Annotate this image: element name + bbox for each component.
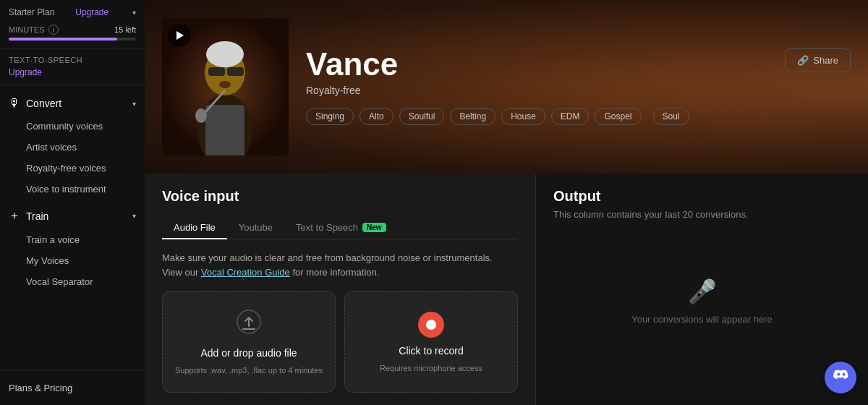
upgrade-link[interactable]: Upgrade	[75, 7, 109, 17]
hero-info: Vance Royalty-free Singing Alto Soulful …	[306, 48, 851, 125]
minutes-label-row: MINUTES i 15 left	[9, 25, 136, 35]
chevron-down-icon: ▾	[132, 9, 136, 17]
sidebar-item-community-voices[interactable]: Community voices	[0, 116, 145, 137]
record-title: Click to record	[399, 345, 463, 357]
upload-title: Add or drop audio file	[200, 347, 297, 359]
sidebar-item-voice-to-instrument[interactable]: Voice to instrument	[0, 179, 145, 200]
description-part3: for more information.	[292, 267, 379, 278]
sidebar-item-royalty-free-voices[interactable]: Royalty-free voices	[0, 158, 145, 179]
share-button[interactable]: 🔗 Share	[785, 48, 851, 72]
tts-label: TEXT-TO-SPEECH	[9, 56, 136, 64]
tag-singing[interactable]: Singing	[306, 108, 354, 125]
sidebar-item-my-voices[interactable]: My Voices	[0, 250, 145, 271]
train-section: ＋ Train ▾ Train a voice My Voices Vocal …	[0, 202, 145, 292]
tab-audio-file-label: Audio File	[174, 222, 216, 233]
svg-rect-2	[205, 105, 244, 155]
sidebar-item-artist-voices[interactable]: Artist voices	[0, 137, 145, 158]
description-part2: View our	[162, 267, 198, 278]
tts-section: TEXT-TO-SPEECH Upgrade	[0, 48, 145, 85]
train-header[interactable]: ＋ Train ▾	[0, 202, 145, 229]
svg-point-10	[219, 81, 231, 88]
svg-point-4	[206, 41, 244, 67]
voice-subtitle: Royalty-free	[306, 85, 851, 96]
tag-edm[interactable]: EDM	[551, 108, 590, 125]
minutes-info-icon[interactable]: i	[48, 25, 59, 35]
upload-area: Add or drop audio file Supports .wav, .m…	[162, 291, 518, 393]
sidebar-nav: 🎙 Convert ▾ Community voices Artist voic…	[0, 85, 145, 370]
discord-button[interactable]	[825, 362, 856, 393]
tab-youtube[interactable]: Youtube	[227, 216, 284, 239]
train-icon: ＋	[9, 208, 20, 223]
tab-text-to-speech[interactable]: Text to Speech New	[284, 216, 398, 239]
train-chevron-icon: ▾	[132, 212, 136, 220]
mic-icon: 🎤	[688, 278, 717, 305]
sidebar-item-train-a-voice[interactable]: Train a voice	[0, 229, 145, 250]
discord-icon	[833, 367, 848, 388]
play-button[interactable]	[168, 24, 191, 47]
convert-label: Convert	[26, 98, 61, 109]
minutes-section: MINUTES i 15 left	[9, 25, 136, 40]
tab-tts-label: Text to Speech	[296, 222, 358, 233]
voice-input-title: Voice input	[162, 188, 518, 205]
record-box[interactable]: Click to record Requires microphone acce…	[344, 291, 518, 393]
tag-belting[interactable]: Belting	[450, 108, 495, 125]
plan-row[interactable]: Starter Plan Upgrade ▾	[9, 7, 136, 17]
sidebar-item-vocal-separator[interactable]: Vocal Separator	[0, 271, 145, 292]
sidebar: Starter Plan Upgrade ▾ MINUTES i 15 left…	[0, 0, 145, 405]
minutes-label-text: MINUTES	[9, 25, 45, 34]
minutes-progress-fill	[9, 38, 117, 40]
voice-image	[162, 18, 289, 155]
tag-alto[interactable]: Alto	[359, 108, 393, 125]
new-badge: New	[362, 223, 386, 232]
tags-row: Singing Alto Soulful Belting House EDM G…	[306, 108, 851, 125]
vocal-guide-link[interactable]: Vocal Creation Guide	[201, 267, 290, 278]
input-description: Make sure your audio is clear and free f…	[162, 251, 518, 279]
convert-header-left: 🎙 Convert	[9, 97, 61, 110]
tabs-bar: Audio File Youtube Text to Speech New	[162, 216, 518, 239]
convert-icon: 🎙	[9, 97, 20, 110]
main-content: Vance Royalty-free Singing Alto Soulful …	[145, 0, 868, 405]
empty-message: Your conversions will appear here	[631, 314, 773, 325]
upload-subtitle: Supports .wav, .mp3, .flac up to 4 minut…	[175, 366, 323, 375]
output-title: Output	[553, 188, 851, 205]
tab-youtube-label: Youtube	[239, 222, 273, 233]
svg-rect-5	[208, 67, 225, 76]
convert-header[interactable]: 🎙 Convert ▾	[0, 91, 145, 116]
tts-upgrade-link[interactable]: Upgrade	[9, 67, 136, 77]
share-label: Share	[813, 55, 838, 66]
output-panel: Output This column contains your last 20…	[535, 174, 868, 405]
minutes-count: 15 left	[114, 25, 136, 34]
sidebar-top: Starter Plan Upgrade ▾ MINUTES i 15 left	[0, 0, 145, 48]
record-subtitle: Requires microphone access	[380, 364, 482, 372]
train-label: Train	[26, 210, 48, 222]
description-part1: Make sure your audio is clear and free f…	[162, 252, 493, 263]
upload-icon	[236, 309, 262, 340]
sidebar-bottom: Plans & Pricing	[0, 370, 145, 405]
share-icon: 🔗	[797, 55, 809, 66]
tag-soul[interactable]: Soul	[653, 108, 689, 125]
upload-box[interactable]: Add or drop audio file Supports .wav, .m…	[162, 291, 336, 393]
train-header-left: ＋ Train	[9, 208, 48, 223]
svg-rect-6	[227, 67, 244, 76]
lower-section: Voice input Audio File Youtube Text to S…	[145, 174, 868, 405]
record-dot	[426, 320, 436, 330]
output-subtitle: This column contains your last 20 conver…	[553, 209, 851, 220]
hero-section: Vance Royalty-free Singing Alto Soulful …	[145, 0, 868, 174]
tab-audio-file[interactable]: Audio File	[162, 216, 227, 239]
output-empty-state: 🎤 Your conversions will appear here	[553, 249, 851, 354]
voice-input-panel: Voice input Audio File Youtube Text to S…	[145, 174, 535, 405]
plan-name: Starter Plan	[9, 7, 54, 17]
tag-gospel[interactable]: Gospel	[595, 108, 641, 125]
convert-chevron-icon: ▾	[132, 100, 136, 108]
tag-house[interactable]: House	[501, 108, 545, 125]
svg-point-9	[195, 108, 207, 123]
record-button-icon	[418, 312, 444, 338]
convert-section: 🎙 Convert ▾ Community voices Artist voic…	[0, 91, 145, 200]
play-icon	[176, 31, 184, 40]
minutes-progress-bg	[9, 38, 136, 40]
voice-name: Vance	[306, 48, 851, 80]
tag-soulful[interactable]: Soulful	[399, 108, 445, 125]
plans-pricing-link[interactable]: Plans & Pricing	[9, 380, 136, 396]
